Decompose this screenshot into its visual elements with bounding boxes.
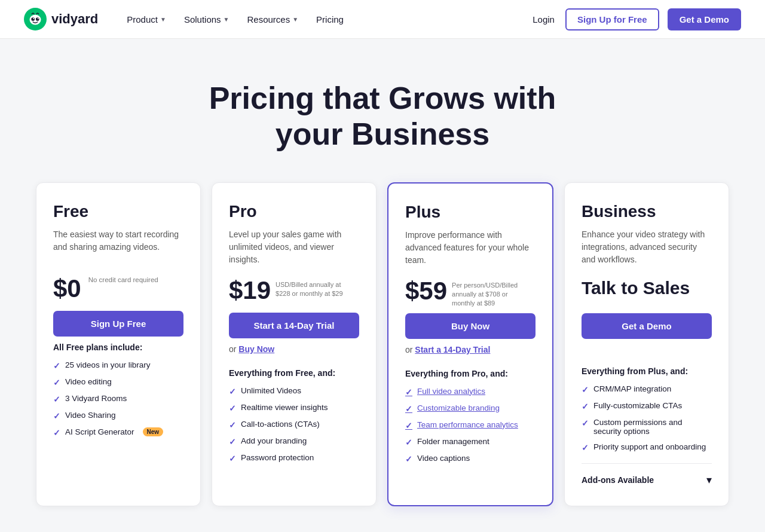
check-icon: ✓	[53, 428, 60, 438]
feature-item: ✓ Full video analytics	[405, 387, 536, 397]
feature-item: ✓ Folder management	[405, 437, 536, 447]
plan-pro: Pro Level up your sales game with unlimi…	[212, 182, 377, 506]
check-icon: ✓	[53, 395, 60, 404]
plan-cta-button[interactable]: Get a Demo	[582, 313, 712, 339]
demo-button[interactable]: Get a Demo	[668, 8, 741, 30]
plan-name: Pro	[229, 202, 359, 221]
new-badge: New	[143, 427, 164, 436]
feature-item: ✓ Priority support and onboarding	[582, 442, 712, 452]
plan-cta-button[interactable]: Start a 14-Day Trial	[229, 313, 359, 338]
check-icon: ✓	[53, 361, 60, 371]
svg-point-3	[36, 17, 39, 21]
nav-actions: Login Sign Up for Free Get a Demo	[530, 8, 741, 30]
check-icon: ✓	[229, 403, 236, 413]
feature-item: ✓ Fully-customizable CTAs	[582, 401, 712, 411]
plan-free: Free The easiest way to start recording …	[36, 182, 201, 506]
plan-name: Business	[582, 202, 712, 221]
price-amount: $0	[53, 276, 81, 301]
logo-wordmark: vidyard	[51, 11, 98, 27]
or-link: or Buy Now	[229, 344, 359, 354]
plan-description: Enhance your video strategy with integra…	[582, 228, 712, 266]
check-icon: ✓	[229, 437, 236, 447]
plan-name: Plus	[405, 203, 536, 222]
check-icon: ✓	[229, 454, 236, 463]
hero-title: Pricing that Grows with your Business	[173, 81, 592, 152]
feature-item: ✓ Video Sharing	[53, 411, 183, 421]
nav-product[interactable]: Product ▼	[120, 10, 173, 29]
plan-cta-button[interactable]: Buy Now	[405, 313, 536, 339]
feature-item: ✓ Call-to-actions (CTAs)	[229, 420, 359, 430]
price-note: USD/Billed annually at $228 or monthly a…	[276, 278, 353, 299]
price-row: $59 Per person/USD/Billed annually at $7…	[405, 279, 536, 310]
hero-section: Pricing that Grows with your Business	[0, 39, 765, 182]
pricing-cards: Free The easiest way to start recording …	[18, 182, 747, 532]
plan-business: Business Enhance your video strategy wit…	[564, 182, 729, 506]
feature-item: ✓ Custom permissions and security option…	[582, 418, 712, 436]
feature-item: ✓ Customizable branding	[405, 403, 536, 414]
svg-point-4	[33, 18, 34, 19]
feature-item: ✓ AI Script Generator New	[53, 427, 183, 438]
features-title: Everything from Pro, and:	[405, 369, 536, 378]
check-icon: ✓	[53, 378, 60, 387]
feature-item: ✓ 3 Vidyard Rooms	[53, 394, 183, 404]
features-title: Everything from Free, and:	[229, 368, 359, 378]
check-icon: ✓	[53, 411, 60, 421]
check-icon: ✓	[229, 420, 236, 430]
chevron-down-icon: ▼	[160, 16, 166, 23]
feature-item: ✓ CRM/MAP integration	[582, 384, 712, 395]
nav-resources[interactable]: Resources ▼	[240, 10, 306, 29]
price-amount: $59	[405, 279, 447, 304]
chevron-down-icon: ▼	[224, 16, 230, 23]
svg-point-1	[30, 14, 41, 25]
price-talk: Talk to Sales	[582, 278, 690, 298]
trial-link[interactable]: Start a 14-Day Trial	[415, 345, 490, 354]
or-link: or Start a 14-Day Trial	[405, 345, 536, 354]
check-icon: ✓	[405, 387, 412, 397]
chevron-down-icon: ▼	[292, 16, 298, 23]
price-note: Per person/USD/Billed annually at $708 o…	[452, 279, 530, 308]
price-row: $0 No credit card required	[53, 276, 183, 307]
price-note: No credit card required	[88, 276, 158, 283]
check-icon: ✓	[582, 443, 589, 452]
feature-item: ✓ Video captions	[405, 454, 536, 464]
price-amount: $19	[229, 278, 271, 303]
signup-button[interactable]: Sign Up for Free	[565, 8, 659, 30]
plan-cta-button[interactable]: Sign Up Free	[53, 311, 183, 337]
price-row: Talk to Sales	[582, 278, 712, 310]
feature-item: ✓ Realtime viewer insights	[229, 403, 359, 413]
buy-now-link[interactable]: Buy Now	[238, 344, 274, 354]
check-icon: ✓	[582, 385, 589, 395]
check-icon: ✓	[405, 404, 412, 414]
plan-description: Level up your sales game with unlimited …	[229, 228, 359, 266]
check-icon: ✓	[405, 438, 412, 447]
nav-links: Product ▼ Solutions ▼ Resources ▼ Pricin…	[120, 10, 530, 29]
plan-description: The easiest way to start recording and s…	[53, 228, 183, 264]
nav-solutions[interactable]: Solutions ▼	[177, 10, 237, 29]
nav-pricing[interactable]: Pricing	[309, 10, 351, 29]
plan-description: Improve performance with advanced featur…	[405, 229, 536, 267]
navbar: vidyard Product ▼ Solutions ▼ Resources …	[0, 0, 765, 39]
check-icon: ✓	[582, 402, 589, 411]
addons-label: Add-ons Available	[582, 475, 654, 485]
logo-icon	[24, 8, 47, 30]
addons-row[interactable]: Add-ons Available ▾	[582, 463, 712, 487]
features-title: All Free plans include:	[53, 343, 183, 352]
price-row: $19 USD/Billed annually at $228 or month…	[229, 278, 359, 309]
plan-name: Free	[53, 202, 183, 221]
feature-item: ✓ Team performance analytics	[405, 420, 536, 430]
check-icon: ✓	[229, 387, 236, 396]
features-title: Everything from Plus, and:	[582, 366, 712, 376]
check-icon: ✓	[405, 454, 412, 464]
feature-item: ✓ Password protection	[229, 453, 359, 463]
feature-item: ✓ Video editing	[53, 377, 183, 387]
plan-plus: Plus Improve performance with advanced f…	[387, 182, 553, 506]
check-icon: ✓	[582, 418, 589, 428]
feature-item: ✓ 25 videos in your library	[53, 360, 183, 371]
feature-item: ✓ Add your branding	[229, 436, 359, 447]
check-icon: ✓	[405, 421, 412, 430]
svg-point-5	[38, 18, 39, 19]
chevron-down-icon: ▾	[706, 473, 712, 487]
logo-link[interactable]: vidyard	[24, 8, 98, 30]
svg-point-2	[31, 17, 35, 21]
login-button[interactable]: Login	[530, 10, 557, 29]
